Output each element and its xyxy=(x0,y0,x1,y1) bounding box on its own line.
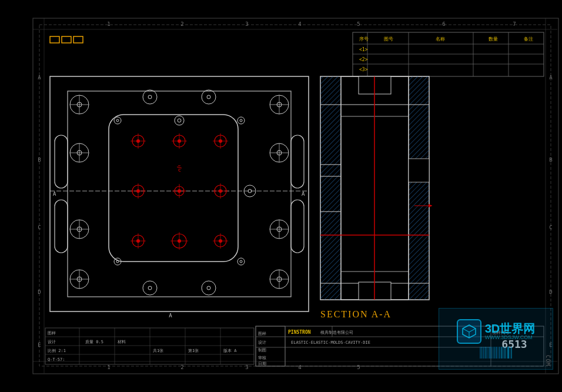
svg-text:1: 1 xyxy=(107,21,110,27)
svg-text:D: D xyxy=(38,289,41,295)
svg-text:日期: 日期 xyxy=(258,361,266,366)
svg-rect-154 xyxy=(409,76,429,300)
svg-rect-28 xyxy=(50,36,59,43)
svg-text:<3>: <3> xyxy=(359,67,368,72)
svg-line-213 xyxy=(469,329,476,332)
svg-text:审核: 审核 xyxy=(258,356,266,360)
svg-text:序号: 序号 xyxy=(359,36,369,42)
watermark-logo-icon xyxy=(457,319,481,344)
svg-text:4: 4 xyxy=(298,364,301,370)
watermark-text-3d: 3D世界网 xyxy=(485,323,536,334)
svg-rect-94 xyxy=(55,135,68,188)
svg-text:3: 3 xyxy=(245,364,248,370)
svg-rect-95 xyxy=(55,200,68,253)
svg-text:B: B xyxy=(38,157,41,163)
svg-rect-30 xyxy=(73,36,83,43)
svg-text:A: A xyxy=(53,191,56,197)
svg-text:<1>: <1> xyxy=(359,47,368,52)
svg-text:设计: 设计 xyxy=(258,340,266,345)
svg-point-135 xyxy=(116,119,119,122)
svg-text:ELASTIC-ELASTIC-MOLDS-CAVITY-D: ELASTIC-ELASTIC-MOLDS-CAVITY-DIE xyxy=(291,340,370,345)
svg-text:C: C xyxy=(38,225,41,230)
svg-point-134 xyxy=(114,117,121,124)
main-canvas: 1 2 3 4 5 6 7 A B C D E A B C D E 1 2 3 … xyxy=(0,0,562,392)
svg-text:A: A xyxy=(302,191,305,197)
svg-text:制图: 制图 xyxy=(258,348,266,353)
svg-rect-31 xyxy=(353,32,544,76)
svg-text:名称: 名称 xyxy=(436,36,445,42)
svg-text:2: 2 xyxy=(180,364,183,370)
svg-text:PINSTRON: PINSTRON xyxy=(288,330,311,335)
svg-text:材料: 材料 xyxy=(117,340,126,344)
svg-marker-171 xyxy=(429,204,432,207)
svg-text:比例 2:1: 比例 2:1 xyxy=(48,349,66,353)
svg-point-137 xyxy=(240,119,242,122)
svg-text:质量 0.5: 质量 0.5 xyxy=(85,340,103,344)
svg-point-87 xyxy=(148,95,152,99)
svg-text:A: A xyxy=(38,75,41,81)
svg-text:6: 6 xyxy=(442,21,445,27)
svg-point-86 xyxy=(143,90,157,104)
svg-text:E: E xyxy=(38,342,41,348)
svg-line-149 xyxy=(178,170,180,172)
svg-rect-97 xyxy=(291,200,304,253)
svg-point-90 xyxy=(143,281,157,295)
svg-text:5: 5 xyxy=(357,21,360,27)
svg-point-143 xyxy=(178,119,181,122)
svg-rect-49 xyxy=(109,115,238,262)
svg-text:图样: 图样 xyxy=(258,331,266,336)
svg-rect-96 xyxy=(291,135,304,188)
svg-text:4: 4 xyxy=(298,21,301,27)
svg-point-91 xyxy=(148,286,152,290)
svg-point-93 xyxy=(207,286,210,290)
com-text: COM xyxy=(545,355,551,366)
svg-text:3: 3 xyxy=(245,21,248,27)
svg-text:备注: 备注 xyxy=(524,36,533,42)
svg-point-92 xyxy=(202,281,216,295)
svg-point-141 xyxy=(240,260,242,263)
svg-rect-168 xyxy=(409,159,429,182)
svg-text:D: D xyxy=(549,289,552,295)
svg-text:1: 1 xyxy=(107,364,110,370)
svg-text:Q-T-57:: Q-T-57: xyxy=(48,357,65,362)
svg-text:数量: 数量 xyxy=(489,36,498,42)
svg-text:<2>: <2> xyxy=(359,57,368,62)
svg-text:图样: 图样 xyxy=(48,331,56,336)
svg-marker-210 xyxy=(463,325,476,332)
watermark-url: WWW.3DSJW.COM xyxy=(485,334,536,340)
svg-text:5: 5 xyxy=(357,364,360,370)
svg-text:图号: 图号 xyxy=(384,36,393,42)
svg-text:A: A xyxy=(169,313,172,319)
svg-text:模具制造有限公司: 模具制造有限公司 xyxy=(320,330,353,335)
svg-rect-153 xyxy=(320,76,341,300)
svg-point-140 xyxy=(237,258,245,265)
svg-text:共1张: 共1张 xyxy=(153,349,163,353)
svg-text:A: A xyxy=(549,75,553,81)
svg-line-212 xyxy=(463,329,469,332)
svg-point-142 xyxy=(175,116,184,125)
svg-point-88 xyxy=(202,90,216,104)
svg-text:2: 2 xyxy=(180,21,183,27)
svg-text:第1张: 第1张 xyxy=(188,349,199,353)
svg-rect-29 xyxy=(62,36,71,43)
svg-text:C: C xyxy=(549,225,552,230)
svg-point-136 xyxy=(237,117,245,124)
svg-text:B: B xyxy=(549,157,552,163)
watermark: 3D世界网 WWW.3DSJW.COM xyxy=(439,308,553,370)
svg-point-89 xyxy=(207,95,210,99)
svg-text:版本 A: 版本 A xyxy=(223,349,237,353)
svg-text:SECTION A-A: SECTION A-A xyxy=(320,309,392,319)
svg-line-148 xyxy=(177,167,182,168)
svg-text:7: 7 xyxy=(513,21,516,27)
svg-text:设计: 设计 xyxy=(48,340,56,344)
svg-rect-191 xyxy=(45,328,254,364)
